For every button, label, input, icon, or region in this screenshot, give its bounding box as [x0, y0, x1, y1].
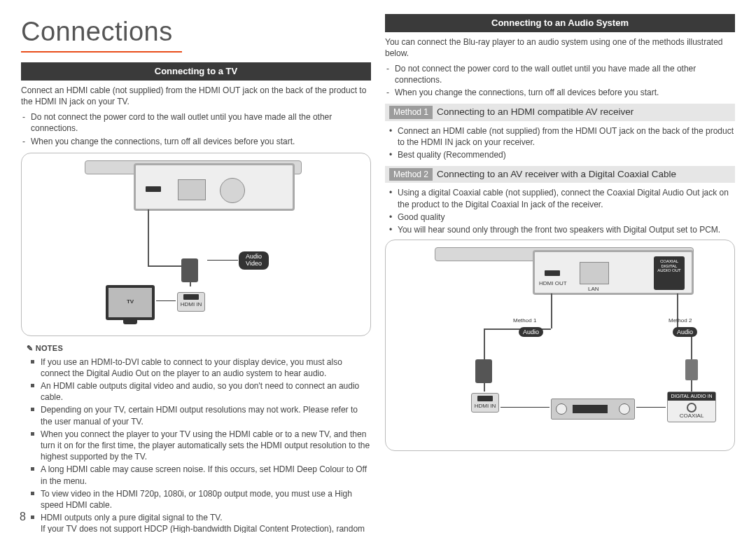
m2-bullet-1: Good quality	[385, 212, 735, 223]
section-header-audio: Connecting to an Audio System	[385, 14, 735, 32]
audio-warning-0: Do not connect the power cord to the wal…	[385, 63, 735, 85]
audio-diagram: HDMI OUT LAN COAXIAL DIGITAL AUDIO OUT M…	[385, 240, 735, 451]
lan-label: LAN	[588, 286, 599, 293]
audio-label-m2: Audio	[673, 327, 697, 337]
method2-title: Connecting to an AV receiver with a Digi…	[437, 168, 676, 181]
tv-note-0: If you use an HDMI-to-DVI cable to conne…	[21, 357, 371, 379]
tv-note-6: HDMI outputs only a pure digital signal …	[21, 512, 371, 533]
page-title: Connections	[21, 14, 371, 50]
audio-label-m1: Audio	[519, 327, 543, 337]
method1-header: Method 1 Connecting to an HDMI compatibl…	[385, 104, 735, 120]
tv-note-2: Depending on your TV, certain HDMI outpu…	[21, 404, 371, 427]
method2-badge: Method 2	[389, 168, 433, 181]
digital-audio-in-label: DIGITAL AUDIO IN	[668, 392, 715, 400]
hdmi-out-label: HDMI OUT	[539, 280, 567, 288]
title-underline	[21, 51, 182, 53]
m2-bullet-2: You will hear sound only through the fro…	[385, 224, 735, 235]
tv-note-4: A long HDMI cable may cause screen noise…	[21, 464, 371, 486]
tv-diagram: Audio Video HDMI IN TV	[21, 153, 371, 336]
audio-warning-1: When you change the connections, turn of…	[385, 87, 735, 98]
notes-heading: NOTES	[27, 343, 371, 354]
hdmi-in-label: HDMI IN	[181, 301, 202, 309]
tv-warnings: Do not connect the power cord to the wal…	[21, 111, 371, 147]
method1-title: Connecting to an HDMI compatible AV rece…	[437, 106, 634, 118]
tv-note-5: To view video in the HDMI 720p, 1080i, o…	[21, 488, 371, 511]
page-number: 8	[20, 509, 26, 525]
tv-intro: Connect an HDMI cable (not supplied) fro…	[21, 85, 371, 107]
m1-bullet-1: Best quality (Recommended)	[385, 149, 735, 160]
tv-warning-1: When you change the connections, turn of…	[21, 136, 371, 147]
tv-warning-0: Do not connect the power cord to the wal…	[21, 111, 371, 134]
coax-out-label: COAXIAL DIGITAL AUDIO OUT	[654, 256, 685, 290]
audio-warnings: Do not connect the power cord to the wal…	[385, 63, 735, 99]
tv-note-1: An HDMI cable outputs digital video and …	[21, 380, 371, 403]
m1-bullet-0: Connect an HDMI cable (not supplied) fro…	[385, 125, 735, 148]
right-column: Connecting to an Audio System You can co…	[385, 14, 735, 533]
method2-callout: Method 2	[668, 317, 692, 325]
coaxial-label: COAXIAL	[668, 413, 715, 420]
audio-intro: You can connect the Blu-ray player to an…	[385, 36, 735, 59]
tv-label: TV	[108, 288, 152, 317]
m2-bullet-0: Using a digital Coaxial cable (not suppl…	[385, 187, 735, 209]
audio-video-label: Audio Video	[239, 251, 269, 270]
method1-bullets: Connect an HDMI cable (not supplied) fro…	[385, 125, 735, 161]
section-header-tv: Connecting to a TV	[21, 62, 371, 81]
method1-badge: Method 1	[389, 106, 433, 118]
left-column: Connections Connecting to a TV Connect a…	[21, 14, 371, 533]
method2-header: Method 2 Connecting to an AV receiver wi…	[385, 166, 735, 183]
tv-notes: If you use an HDMI-to-DVI cable to conne…	[21, 357, 371, 533]
method2-bullets: Using a digital Coaxial cable (not suppl…	[385, 187, 735, 235]
hdmi-in-label-2: HDMI IN	[475, 403, 496, 410]
method1-callout: Method 1	[513, 317, 536, 325]
tv-note-3: When you connect the player to your TV u…	[21, 429, 371, 463]
